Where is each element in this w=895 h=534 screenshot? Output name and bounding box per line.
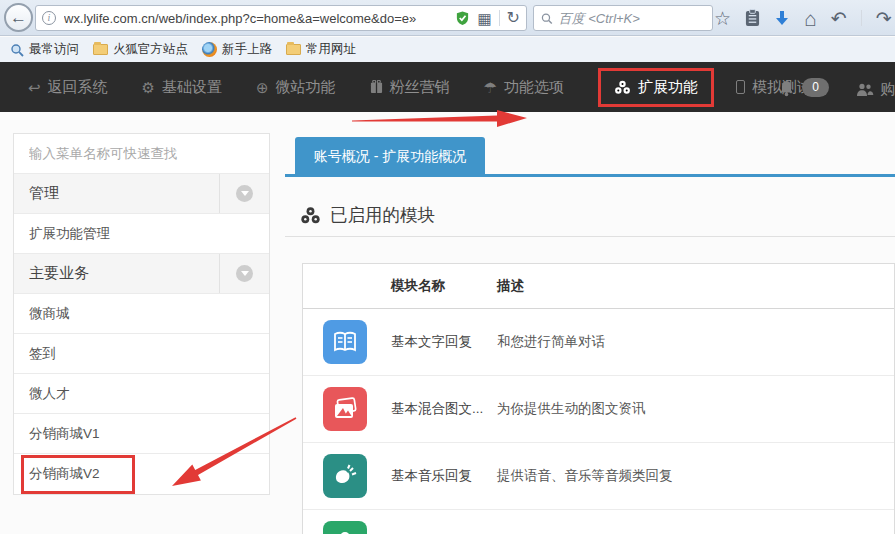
back-arrow-icon: ↩ <box>28 80 41 95</box>
nav-simulation-test[interactable]: 模拟测试 <box>736 78 812 97</box>
modules-table: 模块名称 描述 基本文字回复 和您进行简单对话 <box>302 263 895 534</box>
search-input[interactable] <box>559 11 705 26</box>
nav-return-system[interactable]: ↩ 返回系统 <box>28 78 108 97</box>
search-bar[interactable] <box>533 5 713 31</box>
magnifier-icon <box>10 43 24 57</box>
modules-gears-icon <box>300 206 321 225</box>
chevron-down-icon[interactable] <box>236 265 253 282</box>
sidebar-item-extension-management[interactable]: 扩展功能管理 <box>14 214 269 254</box>
table-row[interactable]: 基本音乐回复 提供语音、音乐等音频类回复 <box>303 443 894 510</box>
umbrella-icon: ☂ <box>484 80 497 95</box>
nav-function-options[interactable]: ☂ 功能选项 <box>484 78 564 97</box>
back-button[interactable]: ← <box>4 3 33 32</box>
menu-search-input[interactable] <box>14 146 269 161</box>
table-row[interactable]: 自定义微站回复 更方便的第三方站点设置 <box>303 510 894 534</box>
gift-icon <box>370 80 383 94</box>
nav-purchase[interactable]: 购买 <box>856 80 895 99</box>
photos-icon <box>323 387 367 431</box>
nav-extended-functions[interactable]: 扩展功能 <box>598 68 714 107</box>
home-icon[interactable]: ⌂ <box>804 8 817 29</box>
tab-account-overview[interactable]: 账号概况 - 扩展功能概况 <box>295 137 485 177</box>
sidebar-search[interactable] <box>14 134 269 174</box>
gear-icon: ⚙ <box>142 80 155 95</box>
sidebar-item-micro-mall[interactable]: 微商城 <box>14 294 269 334</box>
sidebar-item-distribution-mall-v1[interactable]: 分销商城V1 <box>14 414 269 454</box>
url-text[interactable]: wx.lylife.com.cn/web/index.php?c=home&a=… <box>64 11 455 26</box>
address-bar[interactable]: i wx.lylife.com.cn/web/index.php?c=home&… <box>35 5 527 31</box>
info-icon[interactable]: i <box>42 11 56 25</box>
pin-icon <box>323 521 367 534</box>
bookmark-getting-started[interactable]: 新手上路 <box>198 39 276 60</box>
downloads-icon[interactable] <box>774 10 790 27</box>
users-icon <box>856 83 874 97</box>
sidebar-item-micro-talent[interactable]: 微人才 <box>14 374 269 414</box>
undo-icon[interactable]: ↶ <box>831 9 847 28</box>
folder-icon <box>286 44 301 55</box>
qr-code-icon[interactable]: ▦ <box>477 11 491 26</box>
column-header-description: 描述 <box>497 277 524 295</box>
phone-icon <box>736 80 745 94</box>
book-icon <box>323 320 367 364</box>
browser-toolbar: ← i wx.lylife.com.cn/web/index.php?c=hom… <box>0 0 895 36</box>
bookmark-star-icon[interactable]: ☆ <box>714 9 731 28</box>
modules-gears-icon <box>614 80 631 95</box>
sidebar-item-checkin[interactable]: 签到 <box>14 334 269 374</box>
overflow-icon[interactable]: ↷ <box>876 9 892 28</box>
annotation-box-distribution-v2 <box>21 455 135 494</box>
bookmarks-menu-icon[interactable] <box>745 9 760 27</box>
notification-badge[interactable]: 0 <box>802 78 829 97</box>
globe-icon: ⊕ <box>256 80 269 95</box>
bell-icon[interactable] <box>778 80 795 97</box>
nav-fans-marketing[interactable]: 粉丝营销 <box>370 78 450 97</box>
bookmark-folder-firefox[interactable]: 火狐官方站点 <box>89 39 192 60</box>
chevron-down-icon[interactable] <box>236 185 253 202</box>
sidebar-menu: 管理 扩展功能管理 主要业务 微商城 签到 微人才 分销商城V1 分销商城V2 <box>13 133 270 495</box>
divider <box>499 10 500 26</box>
shield-icon[interactable] <box>455 10 470 26</box>
table-row[interactable]: 基本混合图文... 为你提供生动的图文资讯 <box>303 376 894 443</box>
nav-site-functions[interactable]: ⊕ 微站功能 <box>256 78 336 97</box>
top-nav: ↩ 返回系统 ⚙ 基础设置 ⊕ 微站功能 粉丝营销 ☂ 功能选项 <box>0 62 895 112</box>
page-title: 已启用的模块 <box>300 203 435 227</box>
sidebar-section-main-business[interactable]: 主要业务 <box>14 254 269 294</box>
speaker-icon <box>323 454 367 498</box>
table-header-row: 模块名称 描述 <box>303 264 894 309</box>
sidebar-section-management[interactable]: 管理 <box>14 174 269 214</box>
search-icon <box>541 12 553 25</box>
folder-icon <box>93 44 108 55</box>
nav-basic-settings[interactable]: ⚙ 基础设置 <box>142 78 222 97</box>
screen: ← i wx.lylife.com.cn/web/index.php?c=hom… <box>0 0 895 534</box>
firefox-icon <box>202 42 217 57</box>
reload-icon[interactable]: ↻ <box>507 10 520 26</box>
divider <box>861 10 862 26</box>
bookmark-most-visited[interactable]: 最常访问 <box>6 39 83 60</box>
column-header-module-name: 模块名称 <box>391 277 497 295</box>
table-row[interactable]: 基本文字回复 和您进行简单对话 <box>303 309 894 376</box>
bookmarks-bar: 最常访问 火狐官方站点 新手上路 常用网址 <box>0 37 895 62</box>
divider <box>285 236 895 237</box>
bookmark-folder-common[interactable]: 常用网址 <box>282 39 360 60</box>
